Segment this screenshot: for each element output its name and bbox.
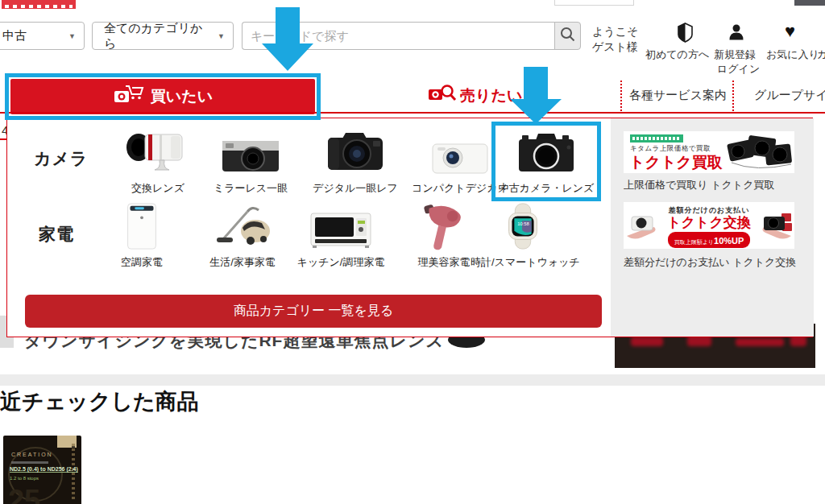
welcome-text: ようこそ ゲスト様 [592, 24, 638, 55]
category-select[interactable]: 全てのカテゴリから ▼ [92, 22, 234, 50]
lens-icon [106, 125, 210, 176]
menu-item-dslr[interactable]: デジタル一眼レフ [303, 125, 408, 196]
register-link[interactable]: 新規登録 [714, 48, 756, 62]
dslr-camera-icon [303, 125, 408, 176]
product-stops: 1.2 to 8 stops [10, 476, 39, 481]
hand-camera-photo [759, 212, 793, 241]
category-row-label-camera: カメラ [34, 147, 88, 170]
menu-item-label: デジタル一眼レフ [303, 181, 408, 196]
cart-link-fragment[interactable]: カ [817, 48, 825, 62]
view-all-categories-button[interactable]: 商品カテゴリー 一覧を見る [25, 295, 602, 328]
menu-item-label: キッチン/調理家電 [288, 255, 393, 270]
menu-item-kitchen[interactable]: キッチン/調理家電 [288, 202, 393, 270]
view-all-label: 商品カテゴリー 一覧を見る [234, 303, 394, 320]
login-link[interactable]: ログイン [717, 62, 760, 76]
product-nd-range: ND2.5 (0.4) to ND256 (2.4) [10, 466, 78, 473]
recently-checked-heading: 近チェックした商品 [0, 387, 199, 416]
banner-badge [630, 134, 683, 143]
banner-caption: 差額分だけのお支払い トクトク交換 [624, 255, 796, 270]
microwave-icon [288, 202, 393, 250]
favorites-link[interactable]: お気に入り [766, 48, 819, 62]
product-big-number: 25 [8, 484, 40, 504]
mirrorless-camera-icon [198, 125, 303, 176]
nav-underline [0, 112, 825, 114]
recent-product-nd-filter[interactable]: CREATION ND2.5 (0.4) to ND256 (2.4) 1.2 … [3, 436, 81, 504]
search-button[interactable] [554, 22, 581, 50]
banner-pill: 買取上限額より10%UP [668, 232, 751, 248]
menu-item-label: 時計/スマートウォッチ [471, 255, 575, 270]
menu-item-lenses[interactable]: 交換レンズ [106, 125, 210, 196]
condition-select[interactable]: 中古 ▼ [0, 22, 85, 50]
logo-filmstrip-decoration [5, 5, 73, 8]
nav-separator [620, 81, 622, 111]
menu-item-label: 中古カメラ・レンズ [494, 181, 599, 196]
group-site-link[interactable]: グループサイ [754, 88, 825, 103]
chevron-down-icon: ▼ [68, 32, 76, 40]
menu-item-mirrorless[interactable]: ミラーレス一眼 [198, 125, 303, 196]
page: 中古 ▼ 全てのカテゴリから ▼ ようこそ ゲスト様 初めての方へ 新規登録 ロ… [0, 0, 825, 504]
menu-item-label: 交換レンズ [106, 181, 210, 196]
gold-side-strip [72, 444, 75, 502]
tab-buy[interactable]: 買いたい [10, 79, 315, 114]
menu-item-air[interactable]: 空調家電 [89, 202, 194, 270]
menu-item-label: ミラーレス一眼 [198, 181, 303, 196]
tab-sell[interactable]: 売りたい [428, 83, 522, 108]
clipped-top-fragment [554, 0, 634, 6]
smartwatch-icon: 10:58 [471, 202, 575, 250]
chevron-down-icon: ▼ [218, 32, 225, 40]
category-row-label-appliance: 家電 [39, 223, 74, 246]
clipped-top-right-fragment [794, 0, 825, 6]
hand-camera-photo [625, 212, 659, 241]
condition-select-value: 中古 [2, 28, 27, 43]
menu-item-label: 空調家電 [89, 255, 194, 270]
tab-sell-label: 売りたい [460, 85, 522, 106]
heart-icon: ♥ [785, 23, 795, 40]
air-purifier-icon [89, 202, 194, 250]
product-brand: CREATION [11, 452, 53, 457]
services-link[interactable]: 各種サービス案内 [629, 88, 727, 103]
used-film-camera-icon [494, 125, 599, 176]
menu-item-label: 生活/家事家電 [190, 255, 295, 270]
mega-menu-panel: カメラ 家電 交換レンズ [6, 118, 813, 337]
watch-time: 10:58 [517, 221, 529, 226]
menu-item-watch[interactable]: 10:58 時計/スマートウォッチ [471, 202, 575, 270]
vacuum-cleaner-icon [190, 202, 295, 250]
site-logo[interactable] [2, 0, 76, 9]
banner-caption: 上限価格で買取り トクトク買取 [624, 178, 774, 192]
first-time-link[interactable]: 初めての方へ [645, 48, 709, 62]
cameras-photo [723, 134, 794, 171]
tokutoku-koukan-banner[interactable]: 差額分だけのお支払い トクトク交換 買取上限額より10%UP [624, 202, 794, 249]
menu-item-household[interactable]: 生活/家事家電 [190, 202, 295, 270]
section-divider-band [0, 374, 825, 386]
beginner-icon [678, 23, 693, 46]
category-select-value: 全てのカテゴリから [104, 21, 210, 52]
product-subtitle-line [11, 461, 48, 464]
search-icon [560, 27, 575, 45]
tab-buy-label: 買いたい [151, 86, 213, 107]
menu-item-used-camera[interactable]: 中古カメラ・レンズ [494, 125, 599, 196]
person-icon [728, 23, 744, 43]
tokutoku-kaitori-banner[interactable]: キタムラ上限価格で買取 トクトク買取 [624, 131, 794, 173]
banner-title: トクトク買取 [629, 152, 723, 173]
menu-promo-area: キタムラ上限価格で買取 トクトク買取 上限価格で買取り トクトク買取 [611, 118, 814, 337]
search-input[interactable] [242, 22, 555, 50]
camera-cart-icon [113, 84, 145, 109]
nav-separator [732, 81, 734, 111]
camera-search-icon [428, 83, 457, 108]
